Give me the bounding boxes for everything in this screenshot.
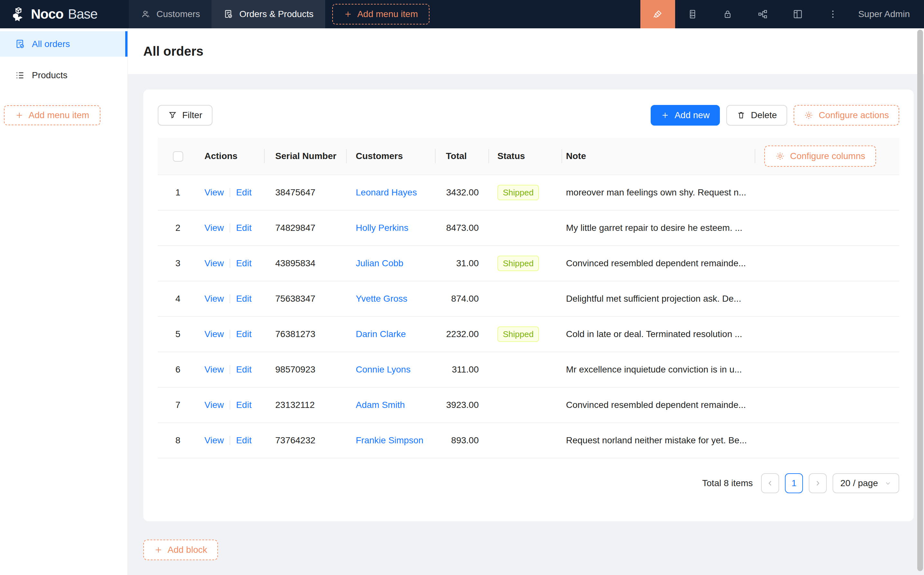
- vertical-scrollbar-thumb[interactable]: [917, 30, 923, 571]
- edit-link[interactable]: Edit: [236, 223, 251, 233]
- configure-columns-button[interactable]: Configure columns: [764, 146, 876, 167]
- ui-editor-button[interactable]: [640, 0, 675, 28]
- collections-manager-button[interactable]: [675, 0, 710, 28]
- column-header-total[interactable]: Total: [435, 138, 488, 175]
- view-link[interactable]: View: [205, 329, 224, 339]
- status-cell: [488, 352, 562, 387]
- user-menu[interactable]: Super Admin: [851, 9, 924, 19]
- column-header-status[interactable]: Status: [488, 138, 562, 175]
- chevron-right-icon: [814, 479, 822, 488]
- pagination-page-1[interactable]: 1: [785, 473, 803, 493]
- view-link[interactable]: View: [205, 435, 224, 445]
- sidebar-item-label: Products: [32, 70, 68, 81]
- main-area: All orders Filter: [128, 28, 924, 575]
- edit-link[interactable]: Edit: [236, 329, 251, 339]
- status-cell: [488, 281, 562, 316]
- view-link[interactable]: View: [205, 294, 224, 303]
- pagination-prev-button[interactable]: [761, 473, 779, 493]
- total-cell: 2232.00: [435, 316, 488, 352]
- filter-icon: [168, 111, 177, 120]
- column-header-customers[interactable]: Customers: [346, 138, 435, 175]
- page-content: Filter Add new: [128, 74, 924, 575]
- view-link[interactable]: View: [205, 187, 224, 197]
- filter-button[interactable]: Filter: [158, 105, 213, 125]
- sidebar-item-label: All orders: [32, 39, 70, 49]
- navbar-tabs: Customers Orders & Products: [129, 0, 437, 28]
- customer-link[interactable]: Darin Clarke: [356, 329, 406, 339]
- table-row[interactable]: 5 ViewEdit 76381273 Darin Clarke 2232.00…: [158, 316, 899, 352]
- page-title: All orders: [143, 44, 203, 59]
- nocobase-logo[interactable]: NocoBase: [0, 0, 129, 28]
- tab-orders-products[interactable]: Orders & Products: [211, 0, 325, 28]
- add-menu-item-button-navbar[interactable]: Add menu item: [332, 4, 429, 24]
- note-cell: Convinced resembled dependent remainde..…: [562, 246, 755, 281]
- page-size-select[interactable]: 20 / page: [833, 473, 899, 493]
- customer-link[interactable]: Leonard Hayes: [356, 187, 417, 197]
- edit-link[interactable]: Edit: [236, 364, 251, 375]
- row-trailing-cell: [755, 175, 899, 210]
- sidebar: All orders Products Add menu item: [0, 28, 128, 575]
- row-actions: ViewEdit: [198, 387, 264, 423]
- edit-link[interactable]: Edit: [236, 435, 251, 445]
- more-actions-button[interactable]: [816, 0, 851, 28]
- view-link[interactable]: View: [205, 400, 224, 410]
- customer-link[interactable]: Connie Lyons: [356, 364, 411, 375]
- layout-switch-button[interactable]: [780, 0, 816, 28]
- order-document-icon: [223, 9, 233, 19]
- add-menu-item-button-sidebar[interactable]: Add menu item: [4, 105, 100, 125]
- table-row[interactable]: 6 ViewEdit 98570923 Connie Lyons 311.00 …: [158, 352, 899, 387]
- list-icon: [14, 70, 25, 81]
- column-header-note[interactable]: Note: [562, 138, 755, 175]
- row-index: 5: [158, 316, 198, 352]
- table-row[interactable]: 8 ViewEdit 73764232 Frankie Simpson 893.…: [158, 423, 899, 458]
- chevron-down-icon: [884, 480, 891, 487]
- add-menu-item-label: Add menu item: [357, 9, 418, 19]
- table-row[interactable]: 3 ViewEdit 43895834 Julian Cobb 31.00 Sh…: [158, 246, 899, 281]
- select-all-checkbox[interactable]: [173, 151, 183, 162]
- row-trailing-cell: [755, 423, 899, 458]
- more-icon: [827, 9, 838, 20]
- customer-link[interactable]: Holly Perkins: [356, 223, 408, 233]
- add-new-button[interactable]: Add new: [651, 105, 720, 125]
- sidebar-item-products[interactable]: Products: [0, 62, 127, 88]
- plugins-button[interactable]: [745, 0, 780, 28]
- app-root: NocoBase Customers: [0, 0, 924, 575]
- top-navbar: NocoBase Customers: [0, 0, 924, 28]
- status-badge: Shipped: [497, 326, 539, 342]
- total-cell: 311.00: [435, 352, 488, 387]
- status-cell: Shipped: [488, 246, 562, 281]
- customer-link[interactable]: Julian Cobb: [356, 258, 403, 268]
- table-row[interactable]: 4 ViewEdit 75638347 Yvette Gross 874.00 …: [158, 281, 899, 316]
- pagination-next-button[interactable]: [809, 473, 827, 493]
- delete-button[interactable]: Delete: [726, 105, 787, 125]
- row-trailing-cell: [755, 316, 899, 352]
- view-link[interactable]: View: [205, 364, 224, 375]
- customer-link[interactable]: Yvette Gross: [356, 294, 407, 303]
- view-link[interactable]: View: [205, 223, 224, 233]
- edit-link[interactable]: Edit: [236, 258, 251, 268]
- access-control-button[interactable]: [710, 0, 745, 28]
- edit-link[interactable]: Edit: [236, 187, 251, 197]
- add-block-button[interactable]: Add block: [143, 540, 218, 560]
- edit-link[interactable]: Edit: [236, 294, 251, 303]
- configure-actions-button[interactable]: Configure actions: [794, 105, 899, 125]
- table-row[interactable]: 1 ViewEdit 38475647 Leonard Hayes 3432.0…: [158, 175, 899, 210]
- collections-icon: [687, 9, 698, 20]
- sidebar-item-all-orders[interactable]: All orders: [0, 31, 127, 57]
- table-row[interactable]: 2 ViewEdit 74829847 Holly Perkins 8473.0…: [158, 210, 899, 246]
- customer-cell: Frankie Simpson: [346, 423, 435, 458]
- column-header-serial-number[interactable]: Serial Number: [264, 138, 346, 175]
- edit-link[interactable]: Edit: [236, 400, 251, 410]
- customer-link[interactable]: Adam Smith: [356, 400, 405, 410]
- orders-table: Actions Serial Number Customers Total St…: [158, 138, 899, 459]
- table-row[interactable]: 7 ViewEdit 23132112 Adam Smith 3923.00 C…: [158, 387, 899, 423]
- view-link[interactable]: View: [205, 258, 224, 268]
- add-menu-item-label: Add menu item: [29, 110, 89, 121]
- total-cell: 8473.00: [435, 210, 488, 246]
- total-cell: 3923.00: [435, 387, 488, 423]
- row-actions: ViewEdit: [198, 210, 264, 246]
- note-cell: My little garret repair to desire he est…: [562, 210, 755, 246]
- customer-link[interactable]: Frankie Simpson: [356, 435, 423, 445]
- tab-customers[interactable]: Customers: [129, 0, 211, 28]
- column-header-actions[interactable]: Actions: [198, 138, 264, 175]
